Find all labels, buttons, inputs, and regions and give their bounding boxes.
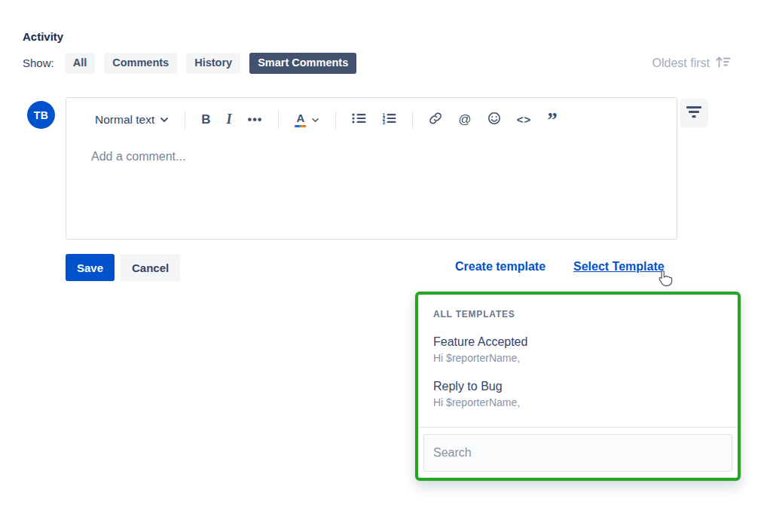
- comment-filter-button[interactable]: [680, 99, 708, 127]
- comment-editor: Normal text B I ••• A: [66, 97, 677, 240]
- code-button[interactable]: <>: [515, 112, 533, 127]
- template-search-section: [418, 427, 738, 478]
- emoji-icon: [487, 112, 501, 127]
- cancel-button[interactable]: Cancel: [121, 254, 180, 281]
- avatar-initials: TB: [34, 109, 48, 121]
- toolbar-divider: [412, 111, 413, 129]
- more-formatting-button[interactable]: •••: [246, 112, 264, 127]
- funnel-filter-icon: [686, 105, 701, 121]
- template-dropdown: ALL TEMPLATES Feature Accepted Hi $repor…: [415, 292, 741, 481]
- mention-button[interactable]: @: [457, 111, 472, 129]
- template-title: Feature Accepted: [433, 335, 723, 349]
- sort-order-control[interactable]: Oldest first: [652, 56, 731, 71]
- template-preview: Hi $reporterName,: [433, 396, 723, 408]
- text-style-value: Normal text: [95, 113, 154, 127]
- select-template-link[interactable]: Select Template: [573, 260, 665, 274]
- toolbar-divider: [335, 111, 336, 129]
- sort-ascending-icon: [715, 56, 731, 71]
- text-color-button[interactable]: A: [293, 111, 321, 129]
- numbered-list-button[interactable]: 123: [380, 111, 398, 128]
- editor-toolbar: Normal text B I ••• A: [66, 98, 677, 132]
- bold-button[interactable]: B: [200, 111, 212, 129]
- template-item-reply-to-bug[interactable]: Reply to Bug Hi $reporterName,: [433, 380, 723, 408]
- filter-chip-comments[interactable]: Comments: [104, 53, 177, 74]
- link-icon: [429, 112, 442, 127]
- emoji-button[interactable]: [486, 110, 503, 129]
- chevron-down-icon: [311, 114, 319, 125]
- template-list: ALL TEMPLATES Feature Accepted Hi $repor…: [418, 295, 738, 427]
- create-template-link[interactable]: Create template: [455, 260, 545, 274]
- template-preview: Hi $reporterName,: [433, 352, 723, 364]
- italic-button[interactable]: I: [225, 110, 234, 129]
- template-item-feature-accepted[interactable]: Feature Accepted Hi $reporterName,: [433, 335, 723, 364]
- template-search-input[interactable]: [423, 434, 732, 472]
- chevron-down-icon: [160, 114, 169, 125]
- quote-button[interactable]: ”: [545, 114, 559, 126]
- template-title: Reply to Bug: [433, 380, 723, 393]
- sort-order-label: Oldest first: [652, 57, 710, 70]
- toolbar-divider: [185, 111, 185, 129]
- filter-chip-history[interactable]: History: [186, 53, 240, 74]
- text-style-dropdown[interactable]: Normal text: [93, 112, 170, 128]
- show-label: Show:: [23, 57, 54, 69]
- bullet-list-icon: [352, 112, 366, 127]
- toolbar-divider: [278, 111, 279, 129]
- filter-chip-all[interactable]: All: [65, 53, 96, 74]
- activity-panel: Activity Show: All Comments History Smar…: [0, 0, 767, 532]
- comment-input[interactable]: [66, 132, 677, 239]
- activity-heading: Activity: [23, 30, 63, 43]
- filter-chip-smart-comments[interactable]: Smart Comments: [249, 53, 356, 74]
- bullet-list-button[interactable]: [350, 111, 368, 128]
- avatar[interactable]: TB: [27, 101, 55, 129]
- template-group-header: ALL TEMPLATES: [433, 309, 723, 320]
- svg-text:3: 3: [383, 120, 386, 124]
- text-color-icon: A: [295, 112, 306, 127]
- link-button[interactable]: [427, 110, 444, 129]
- save-button[interactable]: Save: [66, 254, 115, 281]
- activity-filter-bar: Show: All Comments History Smart Comment…: [23, 53, 356, 74]
- numbered-list-icon: 123: [382, 112, 396, 127]
